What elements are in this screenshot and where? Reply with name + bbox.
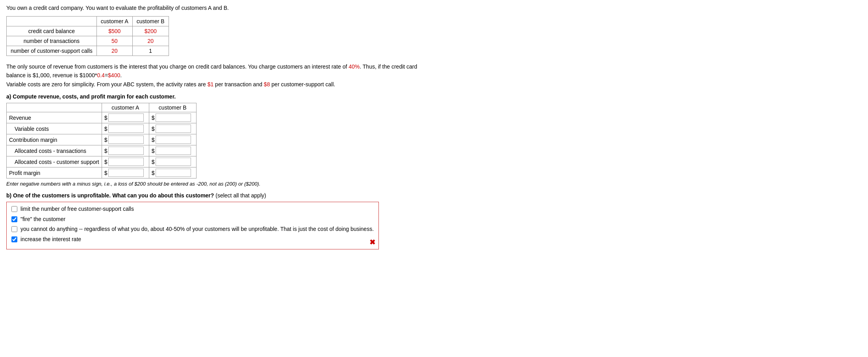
option-3-label: you cannot do anything -- regardless of … (20, 225, 374, 233)
table-row: Profit margin $ $ (7, 167, 197, 178)
table-row: number of customer-support calls 20 1 (7, 46, 169, 56)
row-label-alloc-transactions: Allocated costs - transactions (7, 145, 102, 156)
dollar-sign: $ (152, 159, 155, 165)
section-b-title-bold: b) One of the customers is unprofitable.… (6, 192, 214, 199)
contrib-b-cell[interactable]: $ (149, 134, 196, 145)
entry-table: customer A customer B Revenue $ $ Variab… (6, 103, 197, 178)
transactions-b: 20 (132, 36, 169, 46)
dollar-sign: $ (104, 148, 108, 154)
description-line1: The only source of revenue from customer… (6, 62, 427, 80)
contrib-a-input[interactable] (108, 136, 144, 144)
var-costs-a-cell[interactable]: $ (102, 123, 149, 134)
option-1-label: limit the number of free customer-suppor… (20, 205, 134, 213)
alloc-trans-b-cell[interactable]: $ (149, 145, 196, 156)
row-label-balance: credit card balance (7, 26, 97, 36)
section-b-title: b) One of the customers is unprofitable.… (6, 192, 427, 199)
row-label-variable-costs: Variable costs (7, 123, 102, 134)
rate-support: $8 (264, 81, 270, 87)
rate-transaction: $1 (208, 81, 214, 87)
dollar-sign: $ (152, 137, 155, 143)
col-customer-b: customer B (132, 17, 169, 26)
profit-a-input[interactable] (108, 169, 144, 177)
var-costs-b-input[interactable] (156, 125, 191, 133)
profit-b-input[interactable] (156, 169, 191, 177)
dollar-sign: $ (104, 137, 108, 143)
entry-table-header: customer A customer B (7, 103, 197, 112)
alloc-trans-a-cell[interactable]: $ (102, 145, 149, 156)
table-row: Allocated costs - customer support $ $ (7, 156, 197, 167)
entry-col-a: customer A (102, 103, 149, 112)
option-2-label: "fire" the customer (20, 216, 65, 223)
entry-col-b: customer B (149, 103, 196, 112)
alloc-support-a-input[interactable] (108, 158, 144, 166)
option-1-checkbox[interactable] (11, 206, 17, 212)
alloc-trans-a-input[interactable] (108, 147, 144, 155)
option-4[interactable]: increase the interest rate (11, 236, 374, 244)
dollar-sign: $ (152, 148, 155, 154)
revenue-b-input[interactable] (156, 113, 191, 122)
row-label-support: number of customer-support calls (7, 46, 97, 56)
row-label-profit-margin: Profit margin (7, 167, 102, 178)
option-4-checkbox[interactable] (11, 236, 17, 242)
dollar-sign: $ (104, 170, 108, 176)
revenue-a-input[interactable] (108, 113, 144, 122)
revenue-a-cell[interactable]: $ (102, 112, 149, 123)
table-row: Allocated costs - transactions $ $ (7, 145, 197, 156)
table-row: number of transactions 50 20 (7, 36, 169, 46)
table-row: credit card balance $500 $200 (7, 26, 169, 36)
dollar-sign: $ (152, 115, 155, 121)
option-1[interactable]: limit the number of free customer-suppor… (11, 205, 374, 213)
dollar-sign: $ (104, 159, 108, 165)
balance-a: $500 (96, 26, 132, 36)
support-a: 20 (96, 46, 132, 56)
alloc-support-b-cell[interactable]: $ (149, 156, 196, 167)
dollar-sign: $ (152, 170, 155, 176)
option-2-checkbox[interactable] (11, 216, 17, 222)
var-costs-b-cell[interactable]: $ (149, 123, 196, 134)
data-table-header: customer A customer B (7, 17, 169, 26)
profit-a-cell[interactable]: $ (102, 167, 149, 178)
transactions-a: 50 (96, 36, 132, 46)
row-label-contribution-margin: Contribution margin (7, 134, 102, 145)
close-icon[interactable]: ✖ (369, 238, 375, 247)
row-label-alloc-support: Allocated costs - customer support (7, 156, 102, 167)
description-line2: Variable costs are zero for simplicity. … (6, 80, 427, 89)
row-label-transactions: number of transactions (7, 36, 97, 46)
result-highlight: $400 (108, 72, 120, 78)
balance-b: $200 (132, 26, 169, 36)
section-b-options-box: limit the number of free customer-suppor… (6, 202, 379, 249)
entry-note: Enter negative numbers with a minus sign… (6, 181, 427, 187)
rate-highlight: 40% (349, 63, 360, 70)
contrib-a-cell[interactable]: $ (102, 134, 149, 145)
profit-b-cell[interactable]: $ (149, 167, 196, 178)
var-costs-a-input[interactable] (108, 125, 144, 133)
dollar-sign: $ (152, 126, 155, 132)
alloc-support-a-cell[interactable]: $ (102, 156, 149, 167)
option-2[interactable]: "fire" the customer (11, 216, 374, 223)
multiplier-highlight: 0.4 (97, 72, 104, 78)
support-b: 1 (132, 46, 169, 56)
alloc-trans-b-input[interactable] (156, 147, 191, 155)
section-b-title-normal: (select all that apply) (214, 192, 266, 199)
table-row: Contribution margin $ $ (7, 134, 197, 145)
col-customer-a: customer A (96, 17, 132, 26)
option-4-label: increase the interest rate (20, 236, 81, 244)
alloc-support-b-input[interactable] (156, 158, 191, 166)
data-table: customer A customer B credit card balanc… (6, 16, 169, 56)
table-row: Revenue $ $ (7, 112, 197, 123)
description: The only source of revenue from customer… (6, 62, 427, 89)
intro-text: You own a credit card company. You want … (6, 4, 427, 12)
dollar-sign: $ (104, 115, 108, 121)
section-a-title: a) Compute revenue, costs, and profit ma… (6, 93, 427, 100)
table-row: Variable costs $ $ (7, 123, 197, 134)
option-3[interactable]: you cannot do anything -- regardless of … (11, 225, 374, 233)
row-label-revenue: Revenue (7, 112, 102, 123)
option-3-checkbox[interactable] (11, 226, 17, 232)
contrib-b-input[interactable] (156, 136, 191, 144)
revenue-b-cell[interactable]: $ (149, 112, 196, 123)
dollar-sign: $ (104, 126, 108, 132)
